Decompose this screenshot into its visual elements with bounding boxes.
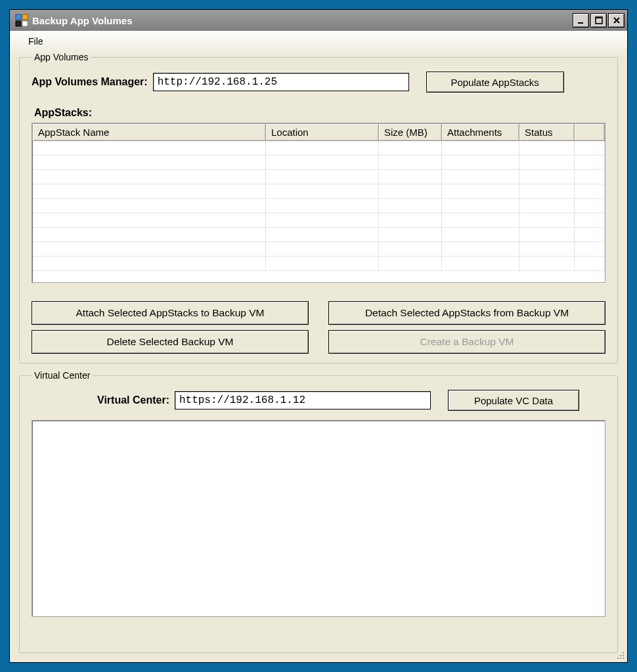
- table-row[interactable]: [33, 228, 605, 242]
- minimize-button[interactable]: [573, 13, 589, 28]
- svg-rect-14: [623, 658, 624, 659]
- create-button: Create a Backup VM: [328, 330, 605, 354]
- group-virtual-center: Virtual Center Virtual Center: Populate …: [19, 370, 618, 653]
- col-attachments[interactable]: Attachments: [442, 124, 519, 141]
- titlebar: Backup App Volumes: [10, 10, 627, 31]
- table-row[interactable]: [33, 184, 605, 199]
- populate-vc-button[interactable]: Populate VC Data: [448, 390, 579, 411]
- svg-rect-6: [596, 17, 602, 18]
- table-row[interactable]: [33, 257, 605, 271]
- app-window: Backup App Volumes File App Volumes App …: [9, 9, 628, 663]
- table-row[interactable]: [33, 213, 605, 228]
- table-row[interactable]: [33, 170, 605, 184]
- svg-rect-0: [16, 14, 21, 20]
- window-title: Backup App Volumes: [32, 15, 133, 26]
- detach-button[interactable]: Detach Selected AppStacks from Backup VM: [328, 301, 605, 325]
- col-appstack-name[interactable]: AppStack Name: [33, 124, 266, 141]
- col-filler: [575, 124, 605, 141]
- svg-rect-3: [22, 21, 28, 26]
- populate-appstacks-button[interactable]: Populate AppStacks: [426, 72, 564, 93]
- col-location[interactable]: Location: [266, 124, 379, 141]
- menubar: File: [19, 31, 618, 51]
- svg-rect-2: [16, 21, 21, 26]
- group-virtual-center-legend: Virtual Center: [32, 370, 93, 381]
- group-app-volumes-legend: App Volumes: [32, 52, 91, 62]
- maximize-button[interactable]: [590, 13, 607, 28]
- svg-rect-12: [617, 658, 619, 659]
- manager-input[interactable]: [153, 73, 409, 91]
- appstacks-label: AppStacks:: [34, 107, 605, 119]
- attach-button[interactable]: Attach Selected AppStacks to Backup VM: [32, 301, 309, 325]
- table-row[interactable]: [33, 141, 605, 156]
- table-row[interactable]: [33, 156, 605, 170]
- app-icon: [15, 14, 28, 27]
- manager-label: App Volumes Manager:: [32, 76, 148, 88]
- svg-rect-9: [623, 652, 624, 654]
- close-button[interactable]: [608, 13, 625, 28]
- table-row[interactable]: [33, 199, 605, 213]
- menu-file[interactable]: File: [24, 35, 47, 48]
- vc-input[interactable]: [175, 391, 431, 410]
- svg-rect-4: [578, 22, 583, 24]
- delete-button[interactable]: Delete Selected Backup VM: [32, 330, 309, 354]
- col-size[interactable]: Size (MB): [379, 124, 442, 141]
- vc-data-panel[interactable]: [32, 420, 605, 617]
- svg-rect-11: [623, 655, 624, 656]
- vc-label: Virtual Center:: [97, 394, 169, 406]
- appstacks-table[interactable]: AppStack Name Location Size (MB) Attachm…: [32, 123, 605, 283]
- svg-rect-13: [620, 658, 621, 659]
- svg-rect-1: [22, 14, 28, 20]
- resize-grip-icon[interactable]: [615, 650, 625, 660]
- group-app-volumes: App Volumes App Volumes Manager: Populat…: [19, 52, 618, 364]
- table-row[interactable]: [33, 242, 605, 257]
- col-status[interactable]: Status: [519, 124, 575, 141]
- svg-rect-10: [620, 655, 621, 656]
